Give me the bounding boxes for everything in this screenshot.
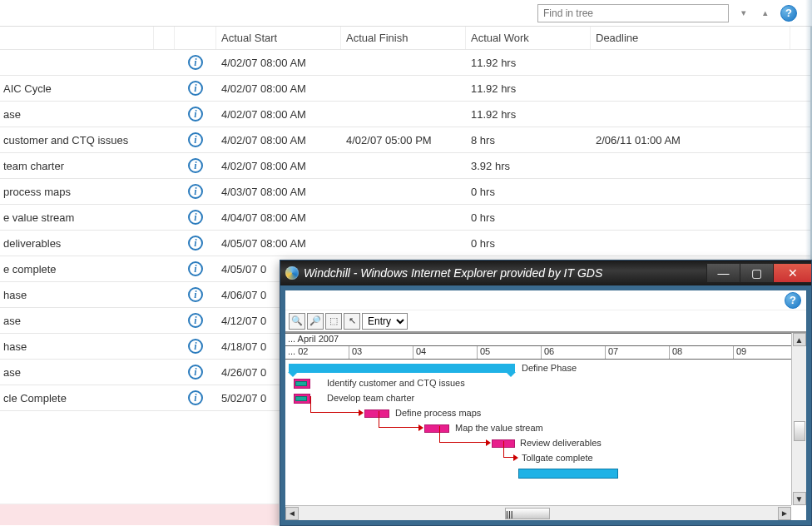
info-icon[interactable]: i [188,261,203,276]
info-icon[interactable]: i [188,107,203,122]
day-header: 04 [413,346,478,359]
info-icon[interactable]: i [188,236,203,251]
info-icon[interactable]: i [188,313,203,328]
gantt-chart[interactable]: ... April 2007 ... 0203040506070809 Defi… [285,332,806,520]
task-name: ase [0,366,154,379]
right-edge [805,0,812,260]
bar-identify-prog[interactable] [295,381,307,386]
close-button[interactable]: ✕ [773,264,811,282]
info-icon[interactable]: i [188,339,203,354]
task-name: cle Complete [0,392,154,404]
pointer-icon[interactable]: ↖ [344,313,360,330]
info-icon[interactable]: i [188,132,203,147]
table-row[interactable]: asei4/02/07 08:00 AM11.92 hrs [0,102,810,127]
cell-actual-start: 4/03/07 08:00 AM [216,186,341,198]
day-header: 07 [606,346,670,359]
info-icon[interactable]: i [188,81,203,96]
label-define-phase: Define Phase [522,363,577,373]
view-select[interactable]: Entry [362,313,408,330]
info-icon[interactable]: i [188,365,203,380]
task-name: hase [0,340,154,353]
task-name: e value stream [0,211,154,224]
cell-actual-start: 4/04/07 08:00 AM [216,211,341,224]
info-icon[interactable]: i [188,184,203,199]
ie-title: Windchill - Windows Internet Explorer pr… [304,266,701,280]
cell-actual-work: 0 hrs [466,186,591,198]
task-name: ase [0,315,154,327]
table-row[interactable]: process mapsi4/03/07 08:00 AM0 hrs [0,179,810,205]
info-icon[interactable]: i [188,210,203,225]
filter-icon[interactable]: ▾ [737,7,750,20]
info-icon[interactable]: i [188,390,203,405]
ie-titlebar[interactable]: Windchill - Windows Internet Explorer pr… [280,261,811,285]
task-name: team charter [0,160,154,172]
zoom-out-icon[interactable]: 🔎 [307,313,324,330]
day-header: 06 [542,346,606,359]
cell-actual-start: 4/02/07 08:00 AM [216,57,341,69]
cell-actual-work: 0 hrs [466,211,591,224]
info-icon[interactable]: i [188,55,203,70]
cell-actual-work: 11.92 hrs [466,57,591,69]
day-header: 08 [670,346,734,359]
scroll-left-icon[interactable]: ◄ [285,507,299,520]
cell-deadline: 2/06/11 01:00 AM [591,134,790,146]
day-header: 09 [734,346,798,359]
gantt-help-icon[interactable]: ? [785,292,801,309]
zoom-in-icon[interactable]: 🔍 [289,313,305,330]
find-in-tree-input[interactable] [537,4,729,22]
task-name: e complete [0,263,154,275]
info-icon[interactable]: i [188,287,203,302]
task-name: customer and CTQ issues [0,134,154,146]
minimize-button[interactable]: — [706,264,740,282]
bar-next-phase[interactable] [518,469,618,479]
bar-develop-prog[interactable] [295,396,307,401]
scroll-down-icon[interactable]: ▼ [793,492,806,505]
day-header: 03 [349,346,413,359]
maximize-button[interactable]: ▢ [740,264,773,282]
hscroll-thumb[interactable]: lll [505,508,550,519]
cell-actual-start: 4/05/07 08:00 AM [216,237,341,250]
col-actual-start[interactable]: Actual Start [216,27,341,49]
table-row[interactable]: e value streami4/04/07 08:00 AM0 hrs [0,205,810,231]
scroll-right-icon[interactable]: ► [778,507,791,520]
month-header: ... April 2007 [285,334,798,345]
day-header: 05 [478,346,542,359]
cell-actual-work: 11.92 hrs [466,82,591,95]
task-name: deliverables [0,237,154,250]
label-tollgate: Tollgate complete [522,453,593,463]
task-name: ase [0,108,154,121]
cell-actual-finish: 4/02/07 05:00 PM [341,134,466,146]
day-header: ... 02 [285,346,349,359]
cell-actual-start: 4/02/07 08:00 AM [216,134,341,146]
cell-actual-work: 3.92 hrs [466,160,591,172]
task-name: hase [0,289,154,301]
info-icon[interactable]: i [188,158,203,173]
col-actual-work[interactable]: Actual Work [466,27,591,49]
label-identify: Identify customer and CTQ issues [327,378,465,388]
cell-actual-work: 0 hrs [466,237,591,250]
ie-gantt-window: Windchill - Windows Internet Explorer pr… [280,260,812,526]
gantt-hscroll[interactable]: ◄ lll ► [285,505,791,520]
sort-icon[interactable]: ▴ [759,7,772,20]
table-row[interactable]: i4/02/07 08:00 AM11.92 hrs [0,50,810,76]
col-actual-finish[interactable]: Actual Finish [341,27,466,49]
help-icon[interactable]: ? [780,5,797,22]
col-deadline[interactable]: Deadline [591,27,790,49]
table-row[interactable]: team charteri4/02/07 08:00 AM3.92 hrs [0,153,810,179]
select-icon[interactable]: ⬚ [325,313,342,330]
vscroll-thumb[interactable] [794,421,805,441]
scroll-up-icon[interactable]: ▲ [793,333,806,346]
summary-bar-define-phase[interactable] [289,364,515,373]
grid-header: Actual Start Actual Finish Actual Work D… [0,27,810,50]
table-row[interactable]: AIC Cyclei4/02/07 08:00 AM11.92 hrs [0,76,810,102]
table-row[interactable]: customer and CTQ issuesi4/02/07 08:00 AM… [0,127,810,153]
table-row[interactable]: deliverablesi4/05/07 08:00 AM0 hrs [0,231,810,256]
gantt-toolbar: 🔍 🔎 ⬚ ↖ Entry [285,310,806,332]
gantt-vscroll[interactable]: ▲ ▼ [791,333,806,505]
cell-actual-work: 11.92 hrs [466,108,591,121]
task-name: AIC Cycle [0,82,154,95]
top-toolbar: ▾ ▴ ? [0,0,812,27]
status-band [0,504,279,525]
cell-actual-start: 4/02/07 08:00 AM [216,160,341,172]
cell-actual-start: 4/02/07 08:00 AM [216,82,341,95]
